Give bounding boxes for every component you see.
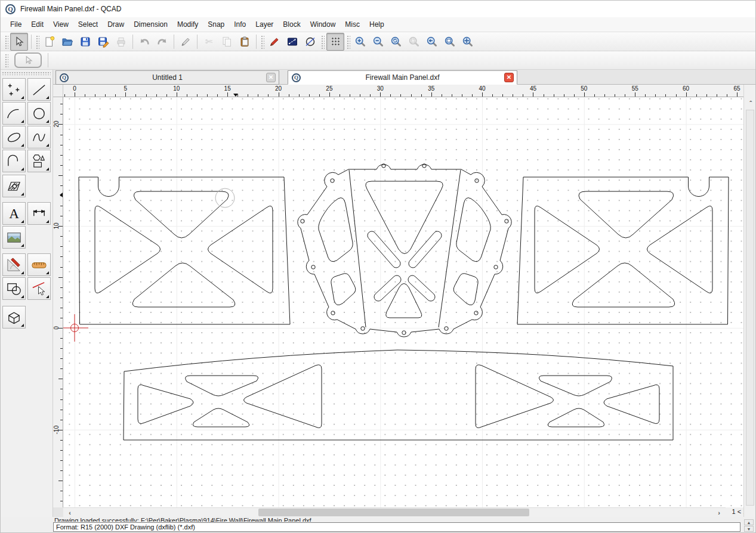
menu-item-help[interactable]: Help [365,18,389,30]
ellipse-tool-button[interactable] [2,126,26,148]
toolbar-drag-handle[interactable] [320,35,325,49]
scroll-down-icon[interactable]: ▼ [744,526,754,532]
menu-item-dimension[interactable]: Dimension [129,18,172,30]
vertical-scrollbar[interactable]: ˆ [743,85,756,518]
modify-tool-button[interactable] [2,253,26,276]
copy-button[interactable] [218,33,235,50]
toolbar-drag-handle[interactable] [35,35,39,49]
zoom-selection-icon [408,36,420,48]
menu-item-snap[interactable]: Snap [203,18,229,30]
print-button[interactable] [113,33,129,50]
circle-tool-button[interactable] [27,102,51,125]
cad-entity [134,191,229,238]
menu-item-misc[interactable]: Misc [340,18,365,30]
property-editor-button[interactable] [266,33,283,50]
hatch-tool-button[interactable] [2,175,26,197]
block-list-button[interactable] [302,33,319,50]
right-panel [517,177,729,324]
ruler-tick [442,94,442,97]
ruler-tick [58,481,63,481]
previous-view-button[interactable] [424,33,440,50]
scroll-up-icon[interactable]: ˆ [746,99,755,107]
text-tool-button[interactable]: A [2,202,26,225]
toolbar-drag-handle[interactable] [260,35,264,49]
horizontal-scrollbar[interactable]: ‹ › [63,507,726,517]
zoom-out-button[interactable] [370,33,387,50]
pan-button[interactable] [459,33,476,50]
cad-entity [494,265,498,269]
cut-button[interactable]: ✄ [200,33,217,50]
ruler-tick [60,501,63,501]
toolbar-drag-handle[interactable] [4,35,8,49]
ruler-tick [533,92,533,97]
block-tool-button[interactable] [2,306,26,329]
point-tool-button[interactable] [2,78,26,101]
grid-toggle-button[interactable] [326,33,344,51]
zoom-selection-button[interactable] [406,33,422,50]
ruler-tick [411,94,412,97]
ruler-tick [75,92,75,97]
ruler-tick [350,94,350,97]
polyline-tool-button[interactable] [2,150,26,172]
arc-tool-button[interactable] [2,102,26,125]
zoom-in-button[interactable] [352,33,369,50]
layer-list-button[interactable] [284,33,301,50]
toolbar-drag-handle[interactable] [346,35,350,49]
tab-untitled-1[interactable]: Q Untitled 1 ✕ [55,70,279,85]
ruler-tick [604,94,605,97]
scroll-right-icon[interactable]: › [715,509,723,517]
toolbar-drag-handle[interactable] [2,72,51,75]
redo-button[interactable] [154,33,171,50]
horizontal-scrollbar-thumb[interactable] [258,509,529,516]
block-list-icon [304,36,316,48]
ruler-corner [53,85,63,97]
paste-button[interactable] [236,33,253,50]
line-tool-button[interactable] [27,78,51,101]
open-file-button[interactable] [59,33,76,50]
tab-firewall-main-panel[interactable]: Q Firewall Main Panel.dxf ✕ [288,70,517,85]
ruler-tick [60,308,63,308]
ruler-tick [523,94,523,97]
menu-item-view[interactable]: View [48,18,73,30]
save-button[interactable] [77,33,94,50]
measure-tool-button[interactable] [27,253,51,276]
menu-item-draw[interactable]: Draw [103,18,129,30]
misc-tool-button[interactable] [27,277,51,300]
misc-tool-icon [30,280,48,298]
scroll-left-icon[interactable]: ‹ [66,509,74,517]
ruler-tick [268,94,269,97]
scroll-up-icon[interactable]: ▲ [744,519,754,525]
reset-pointer-button[interactable] [14,52,42,68]
ruler-tick [60,410,63,410]
menu-item-layer[interactable]: Layer [251,18,278,30]
shape-tool-button[interactable] [27,150,51,172]
select-arrow-button[interactable] [10,33,28,51]
format-info: Format: R15 (2000) DXF Drawing (dxflib) … [53,522,740,532]
menu-item-info[interactable]: Info [229,18,251,30]
toolbar-separator [48,53,48,67]
vertical-scrollbar-thumb[interactable] [746,110,754,506]
edit-pencil-button[interactable] [177,33,194,50]
menu-item-modify[interactable]: Modify [172,18,203,30]
dimension-tool-button[interactable] [27,202,51,225]
save-as-button[interactable] [95,33,112,50]
new-file-button[interactable] [41,33,58,50]
menu-item-edit[interactable]: Edit [26,18,48,30]
close-icon[interactable]: ✕ [504,73,514,82]
auto-zoom-button[interactable] [388,33,405,50]
toolbar-drag-handle[interactable] [4,53,8,67]
ruler-tick [60,460,63,461]
selection-tool-button[interactable] [2,277,26,300]
menu-item-select[interactable]: Select [73,18,103,30]
menu-item-window[interactable]: Window [306,18,341,30]
spline-tool-button[interactable] [27,126,51,148]
cad-entity [539,376,612,396]
close-icon[interactable]: ✕ [266,73,276,82]
undo-button[interactable] [136,33,153,50]
menu-item-file[interactable]: File [5,18,26,30]
zoom-window-button[interactable] [442,33,458,50]
image-tool-button[interactable] [2,226,26,249]
drawing-canvas[interactable] [63,97,743,507]
ruler-label: 0 [53,320,60,336]
menu-item-block[interactable]: Block [278,18,305,30]
